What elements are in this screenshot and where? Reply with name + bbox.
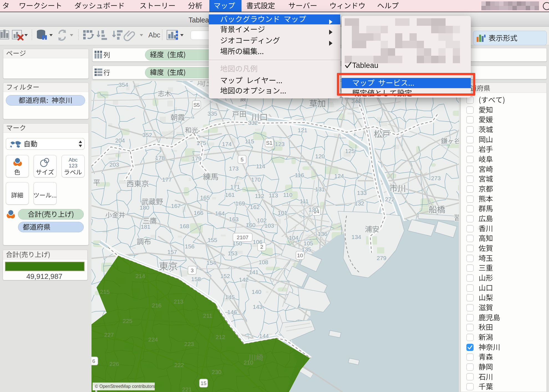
svg-text:170: 170 [251,176,261,183]
svg-text:162: 162 [250,204,260,210]
svg-text:135: 135 [301,246,311,253]
svg-text:146: 146 [227,309,237,315]
svg-text:120: 120 [315,153,325,159]
svg-text:352: 352 [142,132,152,138]
svg-text:171: 171 [230,184,240,190]
svg-text:216: 216 [152,302,161,309]
svg-text:Abc: Abc [148,31,160,39]
svg-text:144: 144 [259,333,269,339]
svg-text:114: 114 [256,163,265,169]
svg-text:111: 111 [300,198,309,204]
svg-text:130: 130 [308,206,318,213]
svg-text:174: 174 [222,141,232,147]
svg-text:121: 121 [298,127,307,133]
svg-text:157: 157 [167,249,177,255]
svg-text:177: 177 [162,176,172,183]
svg-text:112: 112 [255,193,264,199]
svg-text:108: 108 [258,259,268,265]
svg-text:124: 124 [334,173,344,179]
svg-text:105: 105 [303,240,313,246]
svg-text:222: 222 [174,362,184,368]
svg-text:106: 106 [253,239,262,245]
svg-text:152: 152 [220,273,230,279]
svg-text:133: 133 [357,190,367,196]
svg-text:211: 211 [203,312,212,319]
svg-text:103: 103 [264,222,274,229]
svg-text:141: 141 [249,269,258,275]
svg-text:212: 212 [215,334,225,340]
svg-text:230: 230 [212,369,221,375]
svg-text:210: 210 [243,359,253,366]
svg-text:226: 226 [109,361,119,367]
svg-text:203: 203 [109,161,119,168]
svg-text:140: 140 [251,289,261,295]
svg-text:163: 163 [229,216,238,222]
svg-text:158: 158 [191,276,201,282]
svg-text:175: 175 [196,140,206,146]
svg-text:153: 153 [228,250,237,256]
svg-text:221: 221 [182,386,192,392]
svg-text:354: 354 [118,82,128,88]
svg-text:161: 161 [225,192,235,198]
svg-text:134: 134 [351,234,361,240]
svg-text:273: 273 [431,175,441,181]
svg-text:179: 179 [192,155,201,162]
svg-text:214: 214 [135,273,145,279]
svg-text:173: 173 [229,165,238,172]
svg-text:213: 213 [174,298,183,305]
svg-text:335: 335 [207,110,217,117]
svg-text:154: 154 [206,259,216,266]
svg-text:169: 169 [235,200,245,207]
svg-text:123: 123 [275,141,284,147]
svg-text:215: 215 [100,289,110,295]
svg-text:136: 136 [317,231,327,237]
svg-text:142: 142 [239,276,248,283]
svg-text:227: 227 [104,332,114,338]
svg-text:223: 223 [184,341,194,347]
svg-text:181: 181 [141,223,150,230]
svg-text:224: 224 [148,336,158,343]
svg-text:164: 164 [215,210,225,217]
svg-text:113: 113 [269,192,278,198]
svg-text:178: 178 [155,155,165,161]
svg-text:3: 3 [191,268,194,273]
svg-text:110: 110 [283,192,292,198]
svg-text:© OpenStreetMap contributors: © OpenStreetMap contributors [95,384,155,389]
svg-text:279: 279 [377,255,386,261]
svg-text:168: 168 [179,223,189,229]
svg-text:15: 15 [200,380,206,386]
svg-text:101: 101 [278,210,287,216]
svg-text:165: 165 [200,194,210,201]
svg-text:160: 160 [246,222,255,228]
svg-text:10: 10 [297,253,303,258]
svg-text:S5: S5 [193,102,200,108]
svg-text:116: 116 [295,172,304,178]
svg-text:132: 132 [354,200,364,207]
svg-text:S1: S1 [266,140,272,146]
svg-text:150: 150 [232,240,242,246]
svg-text:225: 225 [123,318,132,324]
svg-text:5: 5 [241,157,244,162]
svg-text:145: 145 [225,294,235,300]
svg-text:155: 155 [207,237,217,243]
svg-text:115: 115 [245,138,254,144]
svg-text:104: 104 [289,235,298,241]
svg-text:125: 125 [345,148,355,154]
svg-text:6: 6 [92,358,95,364]
svg-text:143: 143 [253,304,262,310]
svg-text:167: 167 [171,203,181,209]
svg-text:131: 131 [315,186,325,192]
svg-text:2107: 2107 [237,235,248,240]
svg-text:204: 204 [115,137,125,144]
svg-text:341: 341 [351,98,361,104]
svg-text:156: 156 [185,243,194,250]
svg-text:272: 272 [385,196,395,202]
svg-text:166: 166 [194,210,203,216]
